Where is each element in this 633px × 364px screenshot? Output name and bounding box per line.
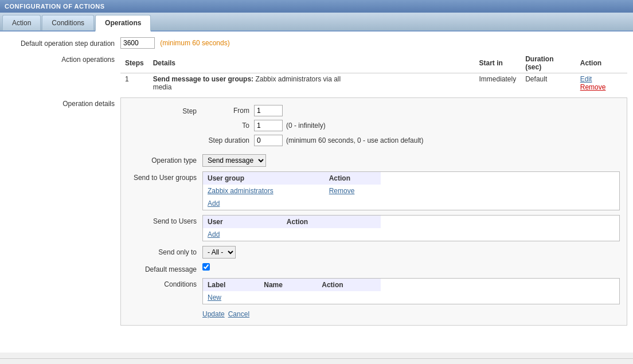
conditions-row: Conditions Label Name Action (128, 278, 620, 304)
user-add-row: Add (203, 228, 381, 241)
user-group-name: Zabbix administrators (203, 185, 325, 197)
send-to-users-value: User Action Add (202, 215, 620, 241)
default-message-row: Default message (128, 263, 620, 273)
col-duration: Duration (sec) (521, 53, 576, 73)
operation-details-box: Step From To (0 - infinitely) (120, 97, 627, 326)
title-bar: CONFIGURATION OF ACTIONS (0, 0, 633, 13)
default-duration-value-area: (minimum 60 seconds) (120, 37, 627, 49)
conditions-new-row: New (203, 291, 381, 304)
col-details: Details (149, 53, 360, 73)
action-operations-label: Action operations (6, 53, 120, 64)
action-operations-table-area: Steps Details Start in Duration (sec) Ac… (120, 53, 627, 93)
action-operations-row: Action operations Steps Details Start in… (6, 53, 627, 93)
step-section: Step From To (0 - infinitely) (128, 105, 620, 150)
op-type-value: Send message (202, 154, 620, 167)
remove-link[interactable]: Remove (580, 83, 606, 91)
default-message-checkbox[interactable] (202, 263, 210, 271)
op-type-select[interactable]: Send message (202, 154, 266, 167)
default-duration-row: Default operation step duration (minimum… (6, 37, 627, 49)
send-to-users-row: Send to Users User Action (128, 215, 620, 241)
to-row: To (0 - infinitely) (202, 120, 620, 131)
send-only-to-select[interactable]: - All - (202, 246, 236, 259)
user-group-add-row: Add (203, 197, 381, 210)
edit-link[interactable]: Edit (580, 75, 592, 83)
step-duration-label: Step duration (202, 136, 254, 144)
default-duration-label: Default operation step duration (6, 37, 120, 48)
tab-conditions[interactable]: Conditions (42, 15, 94, 30)
conditions-value: Label Name Action New (202, 278, 620, 304)
step-duration-row: Step duration (minimum 60 seconds, 0 - u… (202, 135, 620, 146)
inner-update-cancel: Update Cancel (202, 310, 620, 318)
from-input[interactable] (254, 105, 283, 116)
user-add-cell: Add (203, 228, 381, 241)
row-empty (360, 73, 475, 93)
ug-add-cell: Add (203, 197, 381, 210)
users-box: User Action Add (202, 215, 620, 241)
from-label: From (202, 107, 254, 115)
tab-action[interactable]: Action (2, 15, 41, 30)
conditions-new-cell: New (203, 291, 381, 304)
inner-update-link[interactable]: Update (202, 310, 225, 318)
user-group-row: Zabbix administrators Remove (203, 185, 381, 197)
main-content: Default operation step duration (minimum… (0, 32, 633, 353)
col-start-in: Start in (475, 53, 521, 73)
zabbix-admin-link[interactable]: Zabbix administrators (208, 187, 273, 195)
default-duration-input[interactable] (120, 37, 155, 49)
send-only-to-label: Send only to (128, 246, 202, 256)
row-start-in: Immediately (475, 73, 521, 93)
from-row: From (202, 105, 620, 116)
step-section-content: From To (0 - infinitely) Step duration (202, 105, 620, 150)
to-hint: (0 - infinitely) (286, 122, 326, 130)
step-section-label: Step (128, 105, 202, 115)
table-row: 1 Send message to user groups: Zabbix ad… (120, 73, 627, 93)
default-message-label: Default message (128, 263, 202, 273)
cond-action-header: Action (317, 279, 381, 291)
tab-operations[interactable]: Operations (95, 15, 151, 32)
user-add-link[interactable]: Add (208, 230, 220, 238)
conditions-label: Conditions (128, 278, 202, 288)
tab-bar: Action Conditions Operations (0, 13, 633, 32)
op-type-row: Operation type Send message (128, 154, 620, 167)
conditions-box: Label Name Action New (202, 278, 620, 304)
conditions-table: Label Name Action New (203, 279, 381, 304)
cond-name-header: Name (259, 279, 317, 291)
ug-col-header: User group (203, 172, 325, 185)
step-duration-input[interactable] (254, 135, 283, 146)
inner-cancel-link[interactable]: Cancel (228, 310, 249, 318)
send-to-users-label: Send to Users (128, 215, 202, 225)
user-groups-table: User group Action Zabbix administrators (203, 172, 381, 210)
to-label: To (202, 122, 254, 130)
ug-remove-link[interactable]: Remove (329, 187, 355, 195)
row-actions: Edit Remove (576, 73, 627, 93)
default-message-value (202, 263, 620, 272)
user-group-action: Remove (325, 185, 381, 197)
row-duration: Default (521, 73, 576, 93)
send-only-to-value: - All - (202, 246, 620, 259)
send-to-groups-label: Send to User groups (128, 171, 202, 182)
users-table: User Action Add (203, 216, 381, 241)
row-step: 1 (120, 73, 149, 93)
to-input[interactable] (254, 120, 283, 131)
row-details: Send message to user groups: Zabbix admi… (149, 73, 360, 93)
conditions-new-link[interactable]: New (208, 293, 221, 302)
op-type-label: Operation type (128, 154, 202, 165)
default-duration-hint: (minimum 60 seconds) (160, 39, 229, 47)
ug-action-header: Action (325, 172, 381, 185)
ug-add-link[interactable]: Add (208, 199, 220, 208)
operation-details-row: Operation details Step From To (6, 97, 627, 326)
user-col-header: User (203, 216, 282, 228)
step-duration-hint: (minimum 60 seconds, 0 - use action defa… (286, 136, 423, 144)
send-to-groups-row: Send to User groups User group Action (128, 171, 620, 210)
operations-table: Steps Details Start in Duration (sec) Ac… (120, 53, 627, 93)
col-steps: Steps (120, 53, 149, 73)
col-empty (360, 53, 475, 73)
cond-label-header: Label (203, 279, 259, 291)
footer: Update Clone Delete Cancel (0, 358, 633, 364)
send-only-to-row: Send only to - All - (128, 246, 620, 259)
user-action-header: Action (282, 216, 381, 228)
details-box: Step From To (0 - infinitely) (120, 97, 627, 326)
send-to-groups-value: User group Action Zabbix administrators (202, 171, 620, 210)
col-action: Action (576, 53, 627, 73)
user-groups-box: User group Action Zabbix administrators (202, 171, 620, 210)
operation-details-label: Operation details (6, 97, 120, 108)
